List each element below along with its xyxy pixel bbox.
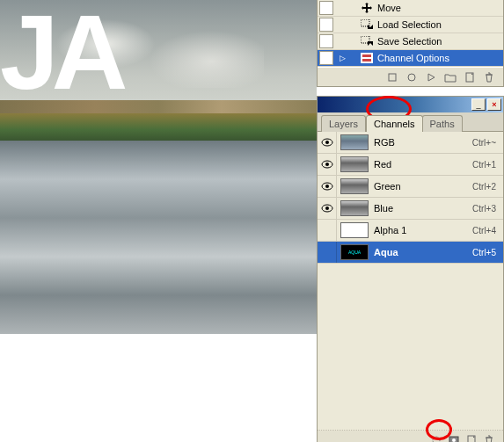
visibility-toggle[interactable] (318, 242, 337, 263)
new-icon[interactable] (463, 71, 477, 83)
record-icon[interactable] (405, 71, 419, 83)
action-row-move[interactable]: Move (318, 0, 503, 17)
svg-rect-2 (361, 53, 373, 63)
canvas-land (0, 113, 317, 140)
channel-name: Green (374, 181, 472, 192)
visibility-toggle[interactable] (318, 176, 337, 197)
svg-point-18 (452, 438, 456, 442)
visibility-toggle[interactable] (318, 132, 337, 153)
channel-thumbnail: AQUA (340, 244, 369, 260)
channel-name: Blue (374, 203, 472, 214)
channel-thumbnail (340, 222, 369, 238)
channel-name: Aqua (374, 247, 472, 257)
visibility-toggle[interactable] (318, 220, 337, 241)
action-checkbox[interactable] (319, 18, 333, 32)
channel-shortcut: Ctrl+~ (472, 138, 496, 148)
action-checkbox[interactable] (319, 34, 333, 48)
channel-shortcut: Ctrl+4 (472, 226, 496, 235)
tab-layers[interactable]: Layers (321, 115, 366, 132)
save-selection-as-channel-icon[interactable] (447, 434, 461, 442)
channel-row-red[interactable]: Red Ctrl+1 (318, 154, 503, 176)
tab-channels[interactable]: Channels (366, 115, 422, 132)
close-button[interactable]: × (487, 98, 501, 111)
action-label: Save Selection (377, 36, 442, 47)
channels-palette: _ × Layers Channels Paths RGB Ctrl+~ Red… (317, 96, 504, 442)
channel-row-aqua[interactable]: AQUA Aqua Ctrl+5 (318, 242, 503, 264)
visibility-toggle[interactable] (318, 154, 337, 175)
channel-shortcut: Ctrl+1 (472, 160, 496, 170)
canvas-viewport[interactable]: JA (0, 0, 317, 334)
stop-icon[interactable] (385, 71, 399, 83)
svg-point-11 (325, 163, 329, 166)
new-channel-icon[interactable] (464, 434, 478, 442)
svg-rect-5 (389, 74, 396, 81)
channel-shortcut: Ctrl+5 (472, 248, 496, 257)
channel-shortcut: Ctrl+3 (472, 204, 496, 214)
canvas-water (0, 141, 317, 334)
svg-point-6 (408, 74, 415, 81)
load-channel-selection-icon[interactable] (429, 434, 443, 442)
tab-paths[interactable]: Paths (422, 115, 463, 132)
trash-icon[interactable] (482, 71, 496, 83)
channels-list: RGB Ctrl+~ Red Ctrl+1 Green Ctrl+2 Blue … (318, 132, 503, 264)
action-checkbox[interactable] (319, 51, 333, 65)
channel-name: Alpha 1 (374, 225, 472, 235)
svg-point-15 (325, 207, 329, 210)
actions-footer (318, 67, 503, 86)
channels-empty-area (318, 264, 503, 431)
action-expand[interactable]: ▷ (337, 54, 347, 62)
play-icon[interactable] (424, 71, 438, 83)
channel-row-blue[interactable]: Blue Ctrl+3 (318, 198, 503, 220)
minimize-button[interactable]: _ (471, 98, 486, 111)
svg-rect-3 (362, 54, 371, 57)
channel-thumbnail (340, 156, 369, 172)
channel-name: Red (374, 159, 472, 170)
channels-footer (318, 431, 503, 442)
channel-row-alpha1[interactable]: Alpha 1 Ctrl+4 (318, 220, 503, 242)
channel-thumbnail (340, 200, 369, 216)
visibility-toggle[interactable] (318, 198, 337, 219)
action-row-load-selection[interactable]: Load Selection (318, 17, 503, 33)
svg-point-9 (325, 141, 329, 144)
svg-rect-4 (362, 59, 371, 62)
action-row-save-selection[interactable]: Save Selection (318, 33, 503, 50)
folder-icon[interactable] (443, 71, 457, 83)
save-selection-icon (360, 35, 374, 47)
channel-name: RGB (374, 137, 472, 148)
action-checkbox[interactable] (319, 1, 333, 15)
svg-point-13 (325, 185, 329, 188)
channel-thumbnail (340, 178, 369, 194)
action-row-channel-options[interactable]: ▷ Channel Options (318, 50, 503, 67)
action-label: Channel Options (377, 53, 449, 63)
delete-channel-icon[interactable] (482, 434, 496, 442)
load-selection-icon (360, 18, 374, 31)
channel-row-green[interactable]: Green Ctrl+2 (318, 176, 503, 198)
svg-point-16 (433, 437, 440, 442)
action-label: Move (377, 3, 401, 13)
move-icon (360, 2, 374, 14)
action-label: Load Selection (377, 19, 442, 30)
palette-tabs: Layers Channels Paths (318, 112, 503, 132)
canvas-text-selection[interactable]: JA (0, 0, 121, 112)
channel-thumbnail (340, 134, 369, 150)
channel-shortcut: Ctrl+2 (472, 182, 496, 192)
palette-titlebar[interactable]: _ × (318, 97, 503, 112)
channel-row-rgb[interactable]: RGB Ctrl+~ (318, 132, 503, 154)
actions-panel: Move Load Selection Save Selection ▷ Cha… (317, 0, 504, 87)
channel-options-icon (360, 52, 374, 64)
